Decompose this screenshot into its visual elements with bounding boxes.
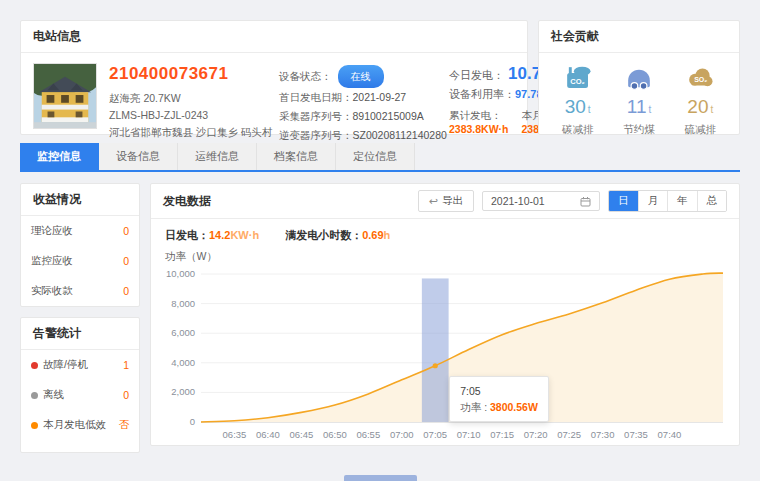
svg-text:07:10: 07:10 xyxy=(457,429,481,440)
fault-dot-icon xyxy=(31,362,38,369)
revenue-value: 0 xyxy=(123,225,129,237)
daily-generation-value: 14.2 xyxy=(209,229,230,241)
power-chart-svg[interactable]: 02,0004,0006,0008,00010,00006:3506:4006:… xyxy=(161,266,729,446)
alarm-label: 本月发电低效 xyxy=(43,418,106,432)
svg-text:07:05: 07:05 xyxy=(423,429,447,440)
svg-text:07:15: 07:15 xyxy=(490,429,514,440)
date-picker[interactable]: 2021-10-01 xyxy=(482,191,600,211)
total-generation-value: 2383.8KW·h xyxy=(449,123,509,135)
coal-saving-item: 11t 节约煤 xyxy=(623,63,655,137)
carbon-label: 碳减排 xyxy=(562,123,594,137)
station-photo xyxy=(33,63,97,145)
coal-value: 11t xyxy=(623,96,655,118)
left-column: 收益情况 理论应收 0 监控应收 0 实际收款 0 告警统计 故障/停机 xyxy=(20,183,140,463)
chart-substats: 日发电：14.2KW·h 满发电小时数：0.69h xyxy=(151,219,739,243)
full-power-hours-stat: 满发电小时数：0.69h xyxy=(285,228,390,243)
coal-saving-icon xyxy=(624,63,654,93)
device-status-label: 设备状态： xyxy=(279,67,332,86)
top-row: 电站信息 xyxy=(20,20,740,135)
page: 电站信息 xyxy=(0,0,760,481)
daily-generation-unit: KW·h xyxy=(230,229,259,241)
alarm-label: 离线 xyxy=(43,388,64,402)
export-button[interactable]: 导出 xyxy=(418,190,474,212)
alarm-value: 0 xyxy=(123,389,129,401)
station-owner: 赵海亮 20.7KW xyxy=(109,90,267,107)
station-panel-title: 电站信息 xyxy=(21,21,527,53)
svg-text:06:50: 06:50 xyxy=(323,429,347,440)
tab-operation-info[interactable]: 运维信息 xyxy=(178,143,257,170)
svg-text:07:35: 07:35 xyxy=(624,429,648,440)
revenue-row-monitored: 监控应收 0 xyxy=(21,246,139,276)
main-row: 收益情况 理论应收 0 监控应收 0 实际收款 0 告警统计 故障/停机 xyxy=(20,183,740,463)
house-photo-illustration xyxy=(33,63,97,129)
svg-text:06:55: 06:55 xyxy=(356,429,380,440)
alarm-value: 1 xyxy=(123,359,129,371)
tab-monitoring-info[interactable]: 监控信息 xyxy=(20,143,99,170)
carbon-reduction-icon: CO₂ xyxy=(563,63,593,93)
station-body: 210400073671 赵海亮 20.7KW ZLMS-HBJ-ZJL-024… xyxy=(21,53,527,155)
y-axis-title: 功率（W） xyxy=(151,243,739,264)
svg-text:06:40: 06:40 xyxy=(256,429,280,440)
svg-text:06:35: 06:35 xyxy=(223,429,247,440)
alarm-row-fault: 故障/停机 1 xyxy=(21,350,139,380)
range-day-button[interactable]: 日 xyxy=(609,191,638,211)
svg-text:07:00: 07:00 xyxy=(390,429,414,440)
revenue-value: 0 xyxy=(123,255,129,267)
carbon-value: 30t xyxy=(562,96,594,118)
station-id: 210400073671 xyxy=(109,64,267,84)
export-icon xyxy=(429,195,438,208)
alarm-value: 否 xyxy=(119,418,130,432)
back-button[interactable]: 返回 xyxy=(344,475,417,481)
range-total-button[interactable]: 总 xyxy=(697,191,727,211)
today-power-label: 今日发电： xyxy=(449,68,504,83)
coal-label: 节约煤 xyxy=(623,123,655,137)
utilization-label: 设备利用率： xyxy=(449,88,515,100)
revenue-value: 0 xyxy=(123,285,129,297)
svg-text:4,000: 4,000 xyxy=(171,357,195,368)
social-body: CO₂ 30t 碳减排 11t 节约煤 xyxy=(539,53,739,137)
revenue-panel: 收益情况 理论应收 0 监控应收 0 实际收款 0 xyxy=(20,183,140,307)
svg-text:8,000: 8,000 xyxy=(171,298,195,309)
full-power-hours-value: 0.69 xyxy=(362,229,383,241)
tab-device-info[interactable]: 设备信息 xyxy=(99,143,178,170)
alarm-label: 故障/停机 xyxy=(43,358,88,372)
svg-text:0: 0 xyxy=(190,416,195,427)
first-power-date: 首日发电日期：2021-09-27 xyxy=(279,88,437,107)
footer: 返回 xyxy=(20,475,740,481)
svg-text:07:30: 07:30 xyxy=(591,429,615,440)
svg-text:CO₂: CO₂ xyxy=(570,77,585,86)
alarm-row-low-efficiency: 本月发电低效 否 xyxy=(21,410,139,440)
station-identity: 210400073671 赵海亮 20.7KW ZLMS-HBJ-ZJL-024… xyxy=(109,63,267,145)
low-efficiency-dot-icon xyxy=(31,422,38,429)
revenue-row-actual: 实际收款 0 xyxy=(21,276,139,306)
revenue-panel-title: 收益情况 xyxy=(21,184,139,216)
sulfur-value: 20t xyxy=(685,96,717,118)
alarm-panel-title: 告警统计 xyxy=(21,318,139,350)
svg-text:07:25: 07:25 xyxy=(557,429,581,440)
offline-dot-icon xyxy=(31,392,38,399)
revenue-label: 理论应收 xyxy=(31,224,73,238)
svg-text:6,000: 6,000 xyxy=(171,327,195,338)
carbon-reduction-item: CO₂ 30t 碳减排 xyxy=(562,63,594,137)
full-power-hours-unit: h xyxy=(384,229,391,241)
svg-text:SO₂: SO₂ xyxy=(694,76,707,84)
tab-location-info[interactable]: 定位信息 xyxy=(336,143,415,170)
svg-text:07:20: 07:20 xyxy=(524,429,548,440)
collector-sn: 采集器序列号：89100215009A xyxy=(279,107,437,126)
total-generation-label: 累计发电： xyxy=(449,107,509,123)
svg-text:07:40: 07:40 xyxy=(658,429,682,440)
range-month-button[interactable]: 月 xyxy=(638,191,668,211)
full-power-hours-label: 满发电小时数： xyxy=(285,229,362,241)
station-address: 河北省邯郸市魏县 沙口集乡 码头村 xyxy=(109,124,267,141)
power-chart[interactable]: 02,0004,0006,0008,00010,00006:3506:4006:… xyxy=(161,266,729,446)
calendar-icon xyxy=(580,196,591,207)
first-power-value: 2021-09-27 xyxy=(353,91,407,103)
svg-text:06:45: 06:45 xyxy=(289,429,313,440)
svg-text:10,000: 10,000 xyxy=(166,268,195,279)
tab-archive-info[interactable]: 档案信息 xyxy=(257,143,336,170)
power-data-panel: 发电数据 导出 2021-10-01 xyxy=(150,183,740,446)
sulfur-reduction-item: SO₂ 20t 硫减排 xyxy=(685,63,717,137)
station-device-info: 设备状态： 在线 首日发电日期：2021-09-27 采集器序列号：891002… xyxy=(279,63,437,145)
station-info-panel: 电站信息 xyxy=(20,20,528,135)
range-year-button[interactable]: 年 xyxy=(667,191,697,211)
